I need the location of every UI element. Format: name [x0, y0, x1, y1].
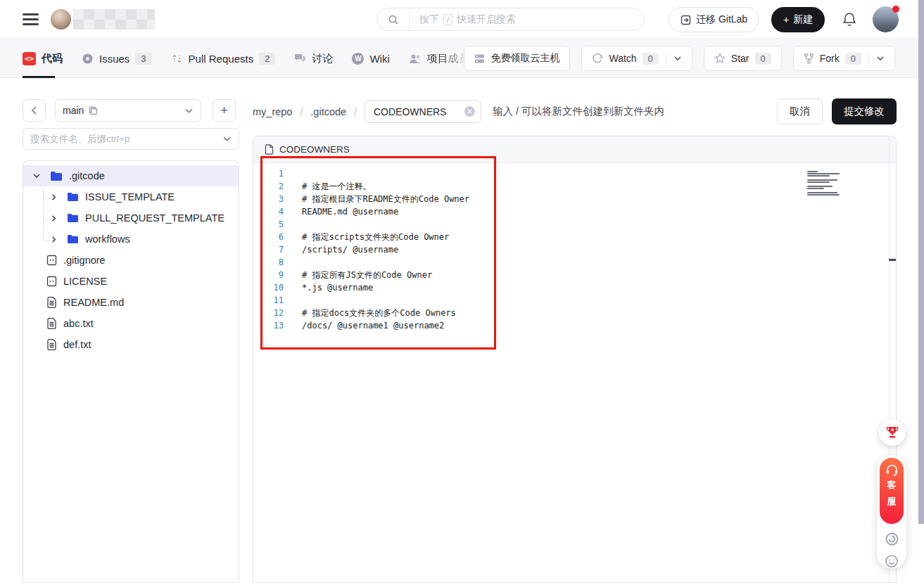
tree-item-gitignore[interactable]: .gitignore: [23, 250, 239, 271]
folder-icon: [67, 234, 79, 244]
migrate-gitlab-button[interactable]: 迁移 GitLab: [669, 7, 759, 32]
tree-item-readme[interactable]: README.md: [23, 292, 239, 313]
tab-issues[interactable]: Issues 3: [82, 39, 152, 78]
document-file-icon: [46, 318, 57, 329]
code-line[interactable]: 4README.md @username: [253, 205, 896, 218]
watch-dropdown-chevron-icon[interactable]: [673, 54, 682, 63]
code-line[interactable]: 6# 指定scripts文件夹的Code Owner: [253, 231, 896, 243]
star-button[interactable]: Star 0: [704, 46, 782, 71]
trophy-icon: [885, 425, 899, 440]
code-line[interactable]: 12# 指定docs文件夹的多个Code Owners: [253, 307, 896, 319]
code-area[interactable]: 12# 这是一个注释。3# 指定根目录下README文件的Code Owner4…: [253, 167, 896, 582]
document-file-icon: [46, 297, 57, 308]
cancel-button[interactable]: 取消: [777, 98, 823, 124]
tab-pull-requests[interactable]: Pull Requests 2: [171, 39, 276, 78]
code-line[interactable]: 13/docs/ @username1 @username2: [253, 319, 896, 332]
tree-item-abc-txt[interactable]: abc.txt: [23, 313, 239, 334]
star-count-badge: 0: [755, 53, 771, 65]
line-content: [284, 256, 302, 269]
code-line[interactable]: 8: [253, 256, 896, 269]
line-number: 5: [253, 218, 284, 231]
new-button[interactable]: + 新建: [771, 7, 825, 32]
code-line[interactable]: 10*.js @username: [253, 281, 896, 294]
tab-discussions[interactable]: 讨论: [294, 39, 333, 78]
code-line[interactable]: 5: [253, 218, 896, 231]
feedback-smiley-icon[interactable]: [885, 554, 899, 568]
add-file-button[interactable]: +: [213, 99, 236, 122]
customer-service-button[interactable]: 客 服: [880, 458, 904, 524]
tree-item-issue-template[interactable]: ISSUE_TEMPLATE: [23, 186, 239, 207]
tree-item-gitcode[interactable]: .gitcode: [23, 165, 239, 186]
breadcrumb-folder[interactable]: .gitcode: [310, 106, 346, 117]
copy-branch-icon[interactable]: [89, 106, 98, 115]
line-content: # 指定所有JS文件的Code Owner: [284, 269, 432, 281]
tab-wiki[interactable]: W Wiki: [352, 39, 389, 78]
tab-code[interactable]: <> 代码: [23, 39, 63, 78]
code-tab-icon: <>: [23, 52, 36, 65]
discussion-icon: [294, 53, 306, 64]
chevron-down-icon[interactable]: [30, 172, 44, 180]
tree-item-def-txt[interactable]: def.txt: [23, 334, 239, 355]
org-logo-avatar[interactable]: [51, 9, 71, 30]
config-file-icon: [46, 255, 57, 266]
code-line[interactable]: 1: [253, 167, 896, 180]
free-cloud-host-button[interactable]: 免费领取云主机: [464, 46, 570, 71]
line-content: [284, 294, 302, 307]
trophy-fab-button[interactable]: [879, 419, 906, 446]
watch-count-badge: 0: [643, 53, 659, 65]
line-content: README.md @username: [284, 205, 398, 218]
tab-members[interactable]: 项目成员: [409, 39, 469, 78]
chevron-right-icon[interactable]: [46, 214, 61, 222]
kefu-char-1: 客: [887, 478, 897, 492]
document-file-icon: [46, 339, 57, 350]
tab-code-label: 代码: [42, 52, 63, 65]
search-icon: [377, 8, 410, 30]
logo-redacted: [73, 9, 155, 30]
tree-item-workflows[interactable]: workflows: [23, 229, 239, 250]
wiki-icon: W: [352, 53, 364, 65]
line-number: 2: [253, 180, 284, 193]
user-avatar[interactable]: [873, 6, 899, 32]
file-search-chevron-icon: [222, 134, 232, 143]
fork-button[interactable]: Fork 0: [793, 46, 895, 71]
line-content: /scripts/ @username: [284, 243, 398, 256]
tree-item-label: workflows: [85, 233, 130, 245]
code-editor-panel: CODEOWNERS 12# 这是一个注释。3# 指定根目录下README文件的…: [253, 136, 897, 583]
tree-item-license[interactable]: LICENSE: [23, 271, 239, 292]
file-search-select[interactable]: [23, 128, 239, 150]
chevron-right-icon[interactable]: [46, 236, 61, 243]
community-loop-icon[interactable]: [885, 532, 899, 546]
clear-filename-icon[interactable]: ✕: [464, 106, 475, 117]
slash-key-hint: /: [443, 14, 452, 25]
fork-icon: [804, 53, 814, 64]
code-line[interactable]: 3# 指定根目录下README文件的Code Owner: [253, 193, 896, 205]
breadcrumb: my_repo / .gitcode / ✕ 输入 / 可以将新文件创建到新文件…: [253, 98, 897, 124]
file-search-input[interactable]: [30, 134, 222, 144]
global-search-input[interactable]: 按下 / 快速开启搜索: [376, 8, 645, 31]
tree-item-pull-request-template[interactable]: PULL_REQUEST_TEMPLATE: [23, 207, 239, 229]
editor-file-tab: CODEOWNERS: [253, 136, 896, 163]
code-line[interactable]: 11: [253, 294, 896, 307]
back-button[interactable]: [23, 99, 46, 122]
watch-button[interactable]: Watch 0: [581, 46, 692, 71]
fork-dropdown-chevron-icon[interactable]: [876, 54, 885, 63]
filename-hint: 输入 / 可以将新文件创建到新文件夹内: [493, 105, 664, 118]
line-content: [284, 167, 302, 180]
support-widget: 客 服: [877, 455, 906, 568]
notifications-bell-icon[interactable]: [842, 11, 857, 27]
line-number: 3: [253, 193, 284, 205]
code-line[interactable]: 2# 这是一个注释。: [253, 180, 896, 193]
headset-icon: [885, 464, 899, 476]
code-line[interactable]: 7/scripts/ @username: [253, 243, 896, 256]
file-tree: .gitcode ISSUE_TEMPLATE PULL_REQUEST_TEM…: [23, 160, 239, 583]
breadcrumb-repo[interactable]: my_repo: [253, 106, 292, 117]
page-scrollbar[interactable]: [918, 0, 924, 524]
branch-selector[interactable]: main: [55, 99, 201, 122]
chevron-right-icon[interactable]: [46, 193, 61, 201]
minimap[interactable]: [807, 169, 842, 196]
hamburger-menu-icon[interactable]: [23, 13, 39, 25]
code-line[interactable]: 9# 指定所有JS文件的Code Owner: [253, 269, 896, 281]
watch-icon: [592, 53, 603, 64]
star-label: Star: [731, 53, 749, 64]
submit-changes-button[interactable]: 提交修改: [832, 98, 897, 124]
